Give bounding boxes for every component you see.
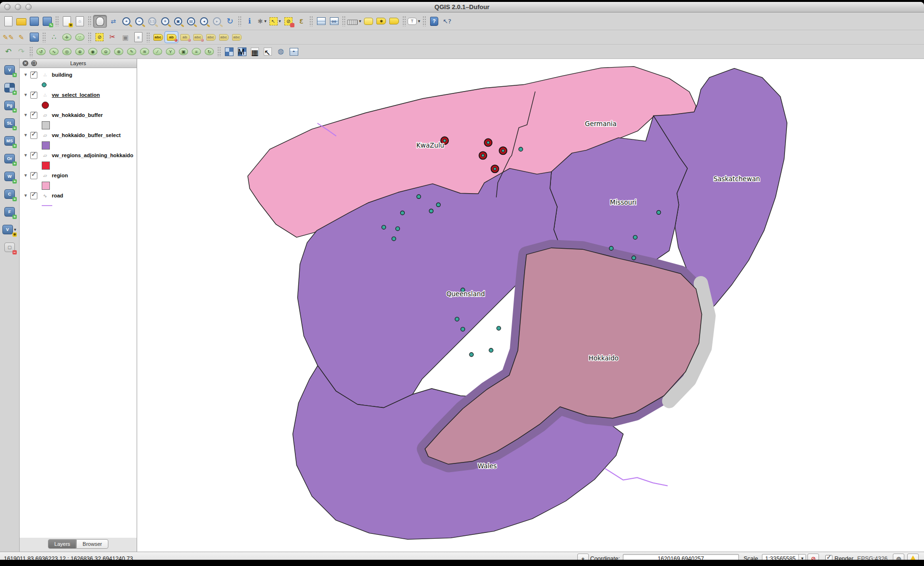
- label-layer-icon[interactable]: abc: [152, 32, 164, 43]
- render-checkbox[interactable]: [825, 555, 832, 560]
- building-point[interactable]: [632, 256, 636, 260]
- add-part-icon[interactable]: ⊕: [73, 46, 86, 57]
- rotate-feature-icon[interactable]: ↺: [35, 46, 47, 57]
- layer-name[interactable]: region: [52, 173, 68, 178]
- building-point[interactable]: [436, 203, 440, 207]
- expand-triangle-icon[interactable]: ▼: [23, 92, 30, 97]
- add-wcs-layer-icon[interactable]: C+: [2, 187, 17, 201]
- delete-part-icon[interactable]: ⊗: [112, 46, 125, 57]
- layer-visibility-checkbox[interactable]: [30, 152, 37, 159]
- layer-name[interactable]: vw_select_location: [52, 92, 100, 98]
- paste-features-icon[interactable]: ≡: [132, 32, 145, 43]
- add-vector-layer-icon[interactable]: V+: [2, 63, 17, 77]
- building-point[interactable]: [656, 210, 660, 214]
- current-edits-icon[interactable]: ✎✎: [2, 32, 15, 43]
- building-point[interactable]: [609, 246, 613, 250]
- whats-this-icon[interactable]: ↖?: [441, 15, 454, 27]
- layer-name[interactable]: vw_regions_adjoining_hokkaido: [52, 152, 133, 158]
- measure-line-icon[interactable]: ▼: [347, 15, 362, 27]
- zoom-native-icon[interactable]: 1:1: [146, 15, 159, 27]
- remove-layer-icon[interactable]: ▢−: [2, 240, 17, 254]
- field-calculator-icon[interactable]: oo: [327, 15, 340, 27]
- add-ring-icon[interactable]: ◎: [60, 46, 73, 57]
- undo-icon[interactable]: ↶: [2, 46, 15, 57]
- simplify-feature-icon[interactable]: ∿: [47, 46, 60, 57]
- new-project-icon[interactable]: [2, 15, 15, 27]
- save-project-icon[interactable]: [28, 15, 41, 27]
- cut-features-icon[interactable]: ✂: [106, 32, 119, 43]
- merge-features-icon[interactable]: ▣: [177, 46, 190, 57]
- expand-triangle-icon[interactable]: ▼: [23, 153, 30, 158]
- merge-attributes-icon[interactable]: ≡: [190, 46, 203, 57]
- panel-tab-browser[interactable]: Browser: [76, 539, 108, 549]
- new-print-composer-icon[interactable]: ✱: [60, 15, 73, 27]
- add-oracle-layer-icon[interactable]: Or+: [2, 151, 17, 166]
- offset-curve-icon[interactable]: ≋: [138, 46, 151, 57]
- stop-render-icon[interactable]: ⊘: [807, 554, 819, 560]
- coordinate-input[interactable]: 1620169,6940257: [623, 554, 739, 560]
- building-point[interactable]: [455, 317, 459, 321]
- new-bookmark-icon[interactable]: ✱: [375, 15, 388, 27]
- reshape-features-icon[interactable]: ✎: [125, 46, 138, 57]
- toggle-editing-icon[interactable]: ✎: [15, 32, 28, 43]
- table-add-tool-icon[interactable]: +: [287, 46, 300, 57]
- georeferencer-tool-icon[interactable]: M: [235, 46, 248, 57]
- new-shapefile-layer-icon[interactable]: V✱▼: [2, 222, 17, 237]
- building-point[interactable]: [382, 225, 386, 229]
- layer-name[interactable]: building: [52, 72, 72, 78]
- deselect-features-icon[interactable]: ⊘: [282, 15, 295, 27]
- label-pin-unpin-icon[interactable]: ab: [164, 31, 178, 43]
- layer-name[interactable]: vw_hokkaido_buffer: [52, 112, 103, 118]
- building-point[interactable]: [519, 147, 523, 151]
- layer-visibility-checkbox[interactable]: [30, 192, 37, 199]
- identify-features-icon[interactable]: ℹ: [243, 15, 256, 27]
- select-by-expression-icon[interactable]: ε: [295, 15, 308, 27]
- add-wfs-layer-icon[interactable]: F+: [2, 205, 17, 219]
- layer-item-vw_regions_adjoining_hokkaido[interactable]: ▼▱vw_regions_adjoining_hokkaido: [20, 150, 137, 160]
- save-layer-edits-icon[interactable]: ✎: [28, 32, 41, 43]
- text-annotation-dropdown-icon[interactable]: ▼: [417, 19, 421, 23]
- layer-visibility-checkbox[interactable]: [30, 172, 37, 179]
- grid-edit-tool-icon[interactable]: ▦: [248, 46, 261, 57]
- building-point[interactable]: [396, 227, 399, 231]
- map-tips-icon[interactable]: [362, 15, 375, 27]
- composer-manager-icon[interactable]: ⌂: [73, 15, 86, 27]
- building-point[interactable]: [429, 209, 433, 213]
- expand-triangle-icon[interactable]: ▼: [23, 72, 30, 77]
- building-point[interactable]: [497, 326, 501, 330]
- add-spatialite-layer-icon[interactable]: SL+: [2, 116, 17, 130]
- building-point[interactable]: [417, 195, 421, 198]
- rotate-point-symbols-icon[interactable]: ↻: [203, 46, 216, 57]
- open-attribute-table-icon[interactable]: [315, 15, 327, 27]
- label-change-icon[interactable]: abc: [217, 32, 230, 43]
- label-properties-icon[interactable]: abc: [230, 32, 243, 43]
- message-log-icon[interactable]: [907, 554, 919, 560]
- expand-triangle-icon[interactable]: ▼: [23, 193, 30, 198]
- text-annotation-icon[interactable]: T▼: [408, 15, 421, 27]
- grid-select-tool-icon[interactable]: ↖: [261, 46, 274, 57]
- zoom-next-icon[interactable]: ▸: [211, 15, 223, 27]
- measure-line-dropdown-icon[interactable]: ▼: [358, 19, 362, 23]
- node-tool-icon[interactable]: ∵: [73, 32, 86, 43]
- add-postgis-layer-icon[interactable]: Pg+: [2, 98, 17, 113]
- layer-name[interactable]: road: [52, 193, 63, 198]
- select-features-icon[interactable]: ↖▼: [269, 15, 282, 27]
- layer-item-vw_hokkaido_buffer[interactable]: ▼▱vw_hokkaido_buffer: [20, 110, 137, 120]
- new-shapefile-layer-dropdown-icon[interactable]: ▼: [13, 228, 17, 232]
- selected-location-point[interactable]: [491, 165, 499, 173]
- road-southeast[interactable]: [605, 469, 667, 486]
- building-point[interactable]: [489, 348, 493, 352]
- label-rotate-icon[interactable]: abc: [204, 32, 217, 43]
- layer-item-region[interactable]: ▼▱region: [20, 171, 137, 180]
- expand-triangle-icon[interactable]: ▼: [23, 133, 30, 138]
- map-canvas[interactable]: KwaZuluGermaniaSaskatchewanMissouriQueen…: [137, 59, 924, 552]
- delete-selected-icon[interactable]: ⊘: [93, 32, 106, 43]
- layer-visibility-checkbox[interactable]: [30, 112, 37, 119]
- help-contents-icon[interactable]: ?: [428, 15, 441, 27]
- fill-ring-icon[interactable]: ◉: [86, 46, 99, 57]
- run-feature-action-dropdown-icon[interactable]: ▼: [263, 19, 267, 23]
- building-point[interactable]: [400, 211, 404, 215]
- zoom-full-extent-icon[interactable]: ✳: [159, 15, 172, 27]
- building-point[interactable]: [633, 235, 637, 239]
- raster-tool-icon[interactable]: [222, 46, 235, 57]
